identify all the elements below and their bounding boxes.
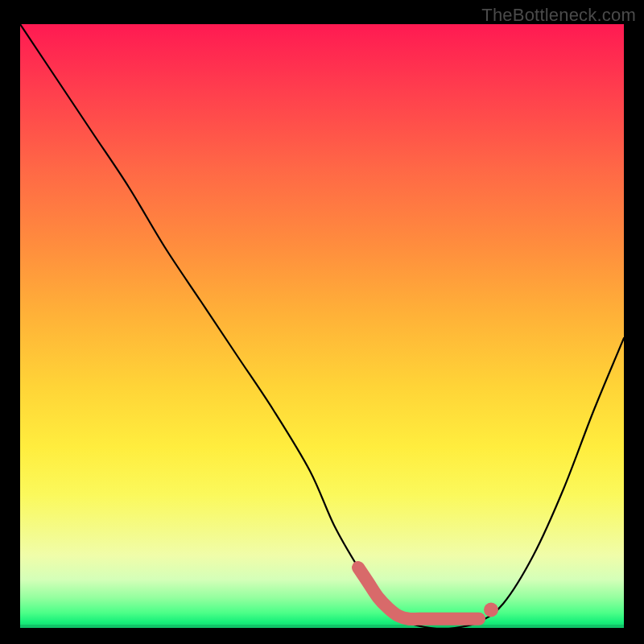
chart-stage: TheBottleneck.com (0, 0, 644, 644)
optimal-band (358, 568, 479, 619)
curve-layer (20, 24, 624, 628)
plot-area (20, 24, 624, 628)
highlight-dot (484, 603, 498, 617)
bottleneck-curve (20, 24, 624, 628)
watermark-text: TheBottleneck.com (481, 5, 636, 26)
